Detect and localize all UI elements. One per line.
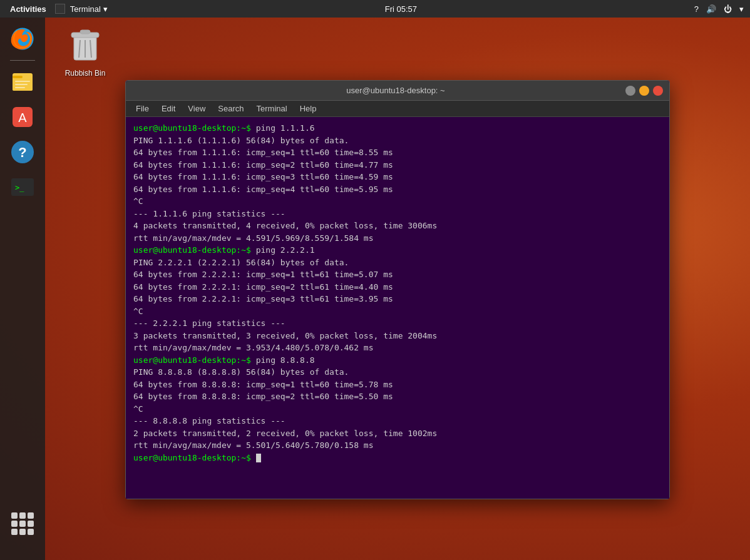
rubbish-bin-label: Rubbish Bin [65, 69, 106, 78]
volume-icon[interactable]: 🔊 [706, 4, 716, 14]
clock: Fri 05:57 [385, 4, 417, 14]
terminal-line-10: rtt min/avg/max/mdev = 4.591/5.969/8.559… [133, 232, 662, 245]
terminal-window: user@ubuntu18-desktop: ~ File Edit View … [125, 80, 670, 499]
terminal-line-23: 64 bytes from 8.8.8.8: icmp_seq=2 ttl=60… [133, 390, 662, 403]
svg-rect-15 [80, 30, 90, 34]
desktop: Activities Terminal ▾ Fri 05:57 ? 🔊 ⏻ ▾ [0, 0, 750, 560]
activities-button[interactable]: Activities [6, 4, 50, 14]
trash-icon-svg [69, 26, 101, 64]
dock-icon-files[interactable] [8, 67, 38, 97]
maximize-button[interactable] [639, 86, 649, 96]
titlebar-buttons [625, 86, 663, 96]
help-icon: ? [9, 138, 36, 166]
help-indicator: ? [694, 4, 699, 14]
top-panel-right: ? 🔊 ⏻ ▾ [694, 4, 744, 14]
dock-icon-terminal[interactable]: >_ [8, 172, 38, 202]
files-icon [9, 68, 36, 96]
terminal-line-22: 64 bytes from 8.8.8.8: icmp_seq=1 ttl=60… [133, 379, 662, 391]
software-icon: A [9, 103, 36, 131]
terminal-line-18: 3 packets transmitted, 3 received, 0% pa… [133, 330, 662, 342]
top-panel-left: Activities Terminal ▾ [6, 4, 108, 14]
terminal-app-menu[interactable]: Terminal ▾ [55, 4, 108, 14]
rubbish-bin-icon[interactable]: Rubbish Bin [60, 25, 110, 78]
terminal-line-15: 64 bytes from 2.2.2.1: icmp_seq=3 ttl=61… [133, 293, 662, 305]
terminal-line-13: 64 bytes from 2.2.2.1: icmp_seq=1 ttl=61… [133, 268, 662, 281]
terminal-icon: >_ [9, 173, 36, 201]
panel-menu-arrow[interactable]: ▾ [739, 4, 744, 14]
terminal-line-26: 2 packets transmitted, 2 received, 0% pa… [133, 427, 662, 440]
dock-icon-firefox[interactable] [8, 24, 38, 54]
top-panel: Activities Terminal ▾ Fri 05:57 ? 🔊 ⏻ ▾ [0, 0, 750, 18]
terminal-line-17: --- 2.2.2.1 ping statistics --- [133, 317, 662, 330]
terminal-body[interactable]: user@ubuntu18-desktop:~$ ping 1.1.1.6 PI… [126, 117, 669, 499]
terminal-titlebar: user@ubuntu18-desktop: ~ [126, 81, 669, 101]
terminal-app-icon [55, 4, 65, 14]
terminal-line-8: --- 1.1.1.6 ping statistics --- [133, 208, 662, 220]
power-icon[interactable]: ⏻ [724, 4, 732, 14]
terminal-line-3: 64 bytes from 1.1.1.6: icmp_seq=1 ttl=60… [133, 146, 662, 159]
dock: A ? >_ [0, 18, 45, 560]
terminal-line-1: user@ubuntu18-desktop:~$ ping 1.1.1.6 [133, 122, 662, 135]
dock-icon-help[interactable]: ? [8, 137, 38, 167]
terminal-line-14: 64 bytes from 2.2.2.1: icmp_seq=2 ttl=61… [133, 281, 662, 293]
apps-grid-icon [11, 512, 34, 535]
terminal-dropdown-arrow: ▾ [103, 4, 108, 14]
svg-text:>_: >_ [15, 183, 24, 192]
terminal-line-16: ^C [133, 305, 662, 318]
terminal-line-6: 64 bytes from 1.1.1.6: icmp_seq=4 ttl=60… [133, 183, 662, 196]
menu-edit[interactable]: Edit [157, 103, 180, 115]
menu-view[interactable]: View [183, 103, 210, 115]
menu-terminal[interactable]: Terminal [252, 103, 292, 115]
dock-icon-software[interactable]: A [8, 102, 38, 132]
menu-search[interactable]: Search [213, 103, 249, 115]
terminal-line-24: ^C [133, 403, 662, 415]
menu-file[interactable]: File [131, 103, 154, 115]
rubbish-bin-image [65, 25, 105, 65]
terminal-line-25: --- 8.8.8.8 ping statistics --- [133, 415, 662, 427]
terminal-line-9: 4 packets transmitted, 4 received, 0% pa… [133, 220, 662, 232]
terminal-line-28: user@ubuntu18-desktop:~$ [133, 452, 662, 464]
terminal-line-4: 64 bytes from 1.1.1.6: icmp_seq=2 ttl=60… [133, 159, 662, 171]
terminal-menubar: File Edit View Search Terminal Help [126, 101, 669, 117]
terminal-title: user@ubuntu18-desktop: ~ [166, 86, 625, 95]
menu-help[interactable]: Help [295, 103, 322, 115]
svg-rect-3 [13, 76, 23, 78]
terminal-line-5: 64 bytes from 1.1.1.6: icmp_seq=3 ttl=60… [133, 171, 662, 183]
close-button[interactable] [653, 86, 663, 96]
svg-text:?: ? [18, 145, 26, 160]
terminal-app-label: Terminal [70, 4, 101, 14]
svg-rect-4 [15, 81, 30, 82]
svg-text:A: A [18, 111, 27, 125]
terminal-cursor [256, 454, 261, 462]
terminal-line-7: ^C [133, 195, 662, 208]
terminal-line-21: PING 8.8.8.8 (8.8.8.8) 56(84) bytes of d… [133, 366, 662, 379]
terminal-line-12: PING 2.2.2.1 (2.2.2.1) 56(84) bytes of d… [133, 257, 662, 269]
firefox-icon [9, 25, 36, 53]
dock-separator-1 [10, 60, 35, 61]
svg-rect-5 [15, 84, 28, 85]
terminal-line-20: user@ubuntu18-desktop:~$ ping 8.8.8.8 [133, 354, 662, 367]
terminal-line-27: rtt min/avg/max/mdev = 5.501/5.640/5.780… [133, 439, 662, 452]
minimize-button[interactable] [625, 86, 635, 96]
svg-rect-6 [15, 87, 25, 88]
terminal-line-2: PING 1.1.1.6 (1.1.1.6) 56(84) bytes of d… [133, 135, 662, 147]
terminal-line-11: user@ubuntu18-desktop:~$ ping 2.2.2.1 [133, 244, 662, 257]
terminal-line-19: rtt min/avg/max/mdev = 3.953/4.480/5.078… [133, 342, 662, 354]
